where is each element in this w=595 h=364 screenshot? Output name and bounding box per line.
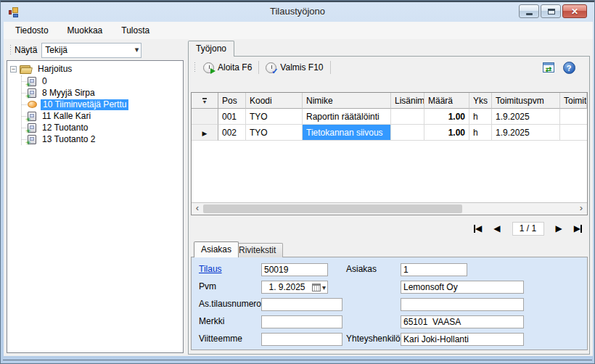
- column-header-maara[interactable]: Määrä: [424, 93, 469, 109]
- cell-toimitust[interactable]: [560, 125, 587, 141]
- tree-root[interactable]: − Harjoitus: [10, 63, 183, 75]
- toolbar-separator: [258, 61, 259, 74]
- tree-item-10-tiiminvetaja-perttu[interactable]: 10 Tiiminvetäjä Perttu: [22, 99, 183, 110]
- window-title: Tilaustyöjono: [2, 6, 593, 17]
- menu-tiedosto[interactable]: Tiedosto: [6, 22, 58, 39]
- horizontal-scrollbar[interactable]: ‹ ›: [192, 202, 587, 215]
- column-header-lisanimike[interactable]: Lisänimik: [391, 93, 424, 109]
- postal-city-field[interactable]: [401, 315, 524, 328]
- workqueue-toolbar: Aloita F6 ✓ Valmis F10: [191, 59, 539, 76]
- asiakas-number-field[interactable]: [401, 263, 467, 276]
- minimize-button[interactable]: [519, 4, 539, 18]
- viitteemme-field[interactable]: [261, 333, 342, 346]
- tree-children: ✳ 0 ✳ 8 Myyjä Sirpa 10 Tiiminvetäjä Pert…: [21, 75, 183, 145]
- aloita-button-label: Aloita F6: [218, 62, 252, 73]
- previous-page-button[interactable]: ◀: [493, 223, 500, 233]
- first-page-button[interactable]: ◀: [474, 223, 482, 233]
- viitteemme-label: Viitteemme: [199, 333, 242, 346]
- menu-tulosta[interactable]: Tulosta: [112, 22, 159, 39]
- pvm-datepicker[interactable]: 1. 9.2025 ▾: [261, 281, 328, 294]
- column-header-pos[interactable]: Pos: [218, 93, 246, 109]
- cell-maara[interactable]: 1.00: [424, 109, 469, 125]
- maximize-button[interactable]: [541, 4, 561, 18]
- worker-icon: ✳: [28, 77, 36, 86]
- tilaus-link[interactable]: Tilaus: [199, 263, 222, 276]
- app-icon-part: [12, 7, 18, 13]
- tab-rivitekstit[interactable]: Rivitekstit: [231, 243, 283, 257]
- cell-lisanimike[interactable]: [391, 125, 424, 141]
- asiakas-name-field[interactable]: [401, 281, 524, 294]
- cell-pos[interactable]: 002: [218, 125, 246, 141]
- cell-koodi[interactable]: TYO: [246, 109, 303, 125]
- workqueue-grid[interactable]: ▼ Pos Koodi Nimike Lisänimik Määrä Yks T…: [191, 92, 588, 215]
- cell-maara[interactable]: 1.00: [424, 125, 469, 141]
- column-header-koodi[interactable]: Koodi: [246, 93, 303, 109]
- row-header-cell[interactable]: [192, 109, 218, 125]
- as-tilausnumero-field[interactable]: [261, 298, 342, 311]
- cell-toimituspvm[interactable]: 1.9.2025: [492, 109, 560, 125]
- address-extra-field[interactable]: [401, 298, 524, 311]
- scrollbar-thumb[interactable]: [203, 204, 462, 213]
- help-icon: ?: [563, 62, 575, 74]
- column-header-toimitust[interactable]: Toimitust: [560, 93, 587, 109]
- collapse-icon[interactable]: −: [10, 66, 17, 73]
- tree-item-label: 13 Tuotanto 2: [40, 134, 97, 145]
- last-page-button[interactable]: ▶: [574, 223, 582, 233]
- tree-item-8-myyja-sirpa[interactable]: ✳ 8 Myyjä Sirpa: [22, 87, 183, 99]
- table-row-1[interactable]: 001 TYO Raportin räätälöinti 1.00 h 1.9.…: [192, 109, 587, 125]
- tree-item-label: 11 Kalle Kari: [40, 111, 93, 122]
- column-header-toimituspvm[interactable]: Toimituspvm: [492, 93, 560, 109]
- cell-toimituspvm[interactable]: 1.9.2025: [492, 125, 560, 141]
- tab-tyojono[interactable]: Työjono: [188, 41, 234, 57]
- row-indicator-icon: ▶: [202, 130, 208, 137]
- menu-muokkaa[interactable]: Muokkaa: [58, 22, 112, 39]
- filter-combobox[interactable]: Tekijä ▾: [41, 43, 141, 58]
- cell-nimike[interactable]: Raportin räätälöinti: [303, 109, 391, 125]
- tree-item-12-tuotanto[interactable]: ✳ 12 Tuotanto: [22, 122, 183, 133]
- worker-icon: ✳: [28, 112, 36, 121]
- toolbar-grip: [9, 44, 12, 56]
- worker-icon: ✳: [28, 88, 36, 98]
- tree-root-label: Harjoitus: [36, 64, 74, 75]
- help-button[interactable]: ?: [561, 59, 577, 75]
- tree-item-0[interactable]: ✳ 0: [22, 75, 183, 87]
- filter-label: Näytä: [15, 45, 37, 55]
- refresh-button[interactable]: ⇄: [541, 59, 557, 75]
- title-bar[interactable]: Tilaustyöjono ✕: [2, 2, 593, 22]
- yhteyshenkilo-label: Yhteyshenkilö: [346, 333, 401, 346]
- cell-lisanimike[interactable]: [391, 109, 424, 125]
- pvm-label: Pvm: [199, 281, 216, 294]
- scroll-right-arrow[interactable]: ›: [575, 203, 587, 215]
- last-page-bar: [580, 225, 582, 233]
- column-header-nimike[interactable]: Nimike: [303, 93, 391, 109]
- table-row-2[interactable]: ▶ 002 TYO Tietokannan siivous 1.00 h 1.9…: [192, 125, 587, 141]
- valmis-button[interactable]: ✓ Valmis F10: [261, 61, 327, 75]
- minimize-icon: [526, 13, 533, 15]
- tree-item-label: 0: [40, 76, 49, 87]
- aloita-button[interactable]: Aloita F6: [199, 61, 256, 75]
- tree-item-11-kalle-kari[interactable]: ✳ 11 Kalle Kari: [22, 110, 183, 122]
- chevron-down-icon: ▾: [135, 45, 139, 54]
- cell-koodi[interactable]: TYO: [246, 125, 303, 141]
- next-page-button[interactable]: ▶: [556, 223, 562, 233]
- chevron-down-icon: ▾: [322, 284, 326, 291]
- menu-bar: Tiedosto Muokkaa Tulosta: [4, 22, 593, 39]
- toolbar-separator: [330, 61, 331, 74]
- close-button[interactable]: ✕: [562, 4, 587, 18]
- cell-nimike-selected[interactable]: Tietokannan siivous: [303, 125, 391, 141]
- worker-tree[interactable]: − Harjoitus ✳ 0 ✳ 8 Myyjä Sirpa 10 Tiimi…: [7, 60, 184, 353]
- cell-pos[interactable]: 001: [218, 109, 246, 125]
- cell-yks[interactable]: h: [469, 109, 492, 125]
- tree-item-13-tuotanto-2[interactable]: ✳ 13 Tuotanto 2: [22, 133, 183, 145]
- cell-yks[interactable]: h: [469, 125, 492, 141]
- check-icon: ✓: [271, 67, 278, 76]
- tab-asiakas[interactable]: Asiakas: [194, 241, 239, 257]
- cell-toimitust[interactable]: [560, 109, 587, 125]
- merkki-field[interactable]: [261, 315, 342, 328]
- current-row-indicator[interactable]: ▶: [192, 125, 218, 141]
- grid-filter-cell[interactable]: ▼: [192, 93, 218, 109]
- yhteyshenkilo-field[interactable]: [401, 333, 524, 346]
- column-header-yks[interactable]: Yks: [469, 93, 492, 109]
- tilaus-field[interactable]: [261, 263, 328, 276]
- scroll-left-arrow[interactable]: ‹: [192, 203, 203, 215]
